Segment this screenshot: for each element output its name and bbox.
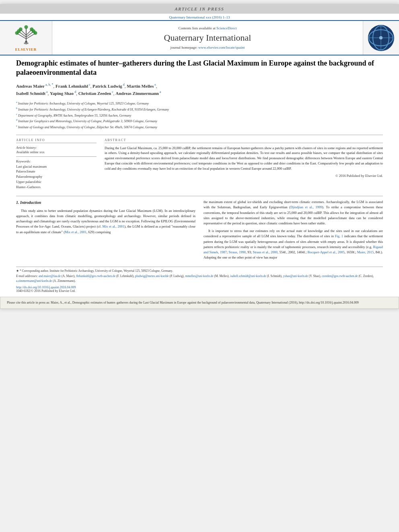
author-zeeden: Christian Zeeden — [78, 91, 111, 96]
sciencedirect-link[interactable]: ScienceDirect — [216, 26, 237, 30]
banner-text: ARTICLE IN PRESS — [175, 6, 224, 11]
body-col2-para2: It is important to stress that our estim… — [204, 228, 383, 260]
article-in-press-banner: ARTICLE IN PRESS — [0, 4, 399, 14]
aff-c: c Department of Geography, RWTH Aachen, … — [16, 112, 383, 118]
aff-e: e Institute of Geology and Mineralogy, U… — [16, 124, 383, 130]
author-ludwig: Patrick Ludwig — [93, 83, 122, 88]
sciencedirect-prefix: Contents lists available at — [179, 26, 216, 30]
email-and-maier[interactable]: and.maier@fau.de — [39, 274, 61, 278]
svg-point-14 — [24, 25, 28, 29]
email-yshao[interactable]: yshao@uni-koeln.de — [283, 274, 308, 278]
elsevier-label: ELSEVIER — [15, 47, 37, 51]
journal-center: Contents lists available at ScienceDirec… — [52, 21, 363, 55]
email-mmelles[interactable]: mmelles@uni-koeln.de — [185, 274, 214, 278]
abstract-text: During the Last Glacial Maximum, ca. 25,… — [105, 146, 383, 179]
section1-heading: 1. Introduction — [16, 199, 195, 206]
citation-text: Please cite this article in press as: Ma… — [7, 301, 359, 304]
email-pludwig[interactable]: pludwig@meteo.uni-koelde — [135, 274, 169, 278]
footnote-corresponding: ★ * Corresponding author. Institute for … — [16, 269, 383, 273]
authors: Andreas Maier a, b, *, Frank Lehmkuhl c,… — [16, 82, 383, 97]
divider-body — [16, 196, 383, 196]
abstract-col: ABSTRACT During the Last Glacial Maximum… — [105, 138, 383, 190]
journal-logo-circle — [368, 25, 394, 51]
email-prefix: E-mail addresses: — [16, 274, 39, 278]
author-shao-sup: d — [74, 90, 76, 94]
author-maier-sup: a, b, * — [45, 83, 53, 86]
link-straus1990[interactable]: Straus, 1990 — [228, 250, 246, 254]
email-azimmermann[interactable]: a.zimmermann@uni-koeln.de — [16, 279, 52, 283]
homepage-url[interactable]: www.elsevier.com/locate/quaint — [198, 45, 245, 49]
author-zeeden-sup: c — [111, 90, 113, 94]
kw-5: Hunter–Gatherers — [16, 185, 97, 190]
body-col1-para1: This study aims to better understand pop… — [16, 208, 195, 235]
sciencedirect-line: Contents lists available at ScienceDirec… — [179, 26, 237, 30]
elsevier-tree-icon — [10, 24, 42, 46]
author-shao: Yaping Shao — [50, 91, 74, 96]
main-content: Demographic estimates of hunter–gatherer… — [0, 59, 399, 293]
link-straus2000[interactable]: Straus et al., 2000 — [253, 250, 278, 254]
author-zimmermann: Andreas Zimmermann — [115, 91, 159, 96]
footnote-star-icon: ★ — [16, 269, 19, 273]
link-maier2015[interactable]: Maier, 2015 — [357, 250, 374, 254]
svg-rect-16 — [24, 43, 28, 44]
svg-point-13 — [30, 27, 33, 31]
body-col-left: 1. Introduction This study aims to bette… — [16, 199, 195, 263]
homepage-prefix: journal homepage: — [171, 45, 198, 49]
history-value: Available online xxx — [16, 150, 97, 154]
author-melles-sup: e — [154, 83, 156, 86]
footnote-emails: E-mail addresses: and.maier@fau.de (A. M… — [16, 274, 383, 283]
author-melles: Martin Melles — [127, 83, 154, 88]
link-djindjian[interactable]: Djindjian et al., 1999 — [290, 205, 322, 209]
journal-logo-right — [363, 21, 399, 55]
body-col-right: the maximum extent of global ice-shields… — [204, 199, 383, 263]
link-fig1[interactable]: Fig. 1 — [335, 234, 343, 238]
divider-top — [16, 135, 383, 135]
author-lehmkuhl-sup: c — [88, 83, 90, 86]
elsevier-logo: ELSEVIER — [0, 21, 52, 55]
two-col-abstract: ARTICLE INFO Article history: Available … — [16, 138, 383, 190]
email-flehunkuhl[interactable]: flehunkuhl@geo.rwth-aachen.de — [76, 274, 115, 278]
author-zimmermann-sup: a — [159, 90, 161, 94]
kw-3: Palaeodemography — [16, 174, 97, 179]
aff-d: d Institute for Geophysics and Meteorolo… — [16, 118, 383, 124]
article-info-label: ARTICLE INFO — [16, 138, 97, 143]
svg-point-10 — [19, 27, 22, 31]
doi-link[interactable]: http://dx.doi.org/10.1016/j.quaint.2016.… — [16, 286, 76, 289]
history-label: Article history: — [16, 146, 97, 150]
author-schmidt: Isabell Schmidt — [16, 91, 45, 96]
citation-bar: Please cite this article in press as: Ma… — [0, 297, 399, 309]
keywords-label: Keywords: — [16, 159, 97, 163]
journal-info-text: Quaternary International xxx (2016) 1–13 — [169, 15, 230, 19]
author-schmidt-sup: a — [45, 90, 48, 94]
page: ARTICLE IN PRESS Quaternary Internationa… — [0, 4, 399, 309]
email-ischmidt[interactable]: isabell.schmidt@uni-koeln.de — [230, 274, 266, 278]
link-mix2001-1[interactable]: Mix et al., 2001 — [102, 224, 124, 228]
copyright-line: © 2016 Published by Elsevier Ltd. — [105, 173, 383, 179]
abstract-label: ABSTRACT — [105, 138, 383, 143]
body-col2-para1: the maximum extent of global ice-shields… — [204, 199, 383, 226]
kw-2: Palaeoclimate — [16, 169, 97, 174]
aff-b: b Institute for Prehistoric Archaeology,… — [16, 106, 383, 112]
kw-4: Upper palaeolithic — [16, 179, 97, 185]
body-two-col: 1. Introduction This study aims to bette… — [16, 199, 383, 263]
footnotes: ★ * Corresponding author. Institute for … — [16, 267, 383, 283]
bottom-links: http://dx.doi.org/10.1016/j.quaint.2016.… — [16, 286, 383, 289]
link-mix2001-2[interactable]: Mix et al., 2001 — [65, 230, 86, 234]
author-ludwig-sup: d — [122, 83, 125, 86]
article-info-col: ARTICLE INFO Article history: Available … — [16, 138, 97, 190]
author-maier: Andreas Maier — [16, 83, 45, 88]
journal-logo-icon — [368, 25, 394, 51]
journal-homepage: journal homepage: www.elsevier.com/locat… — [171, 45, 245, 49]
journal-header: ELSEVIER Contents lists available at Sci… — [0, 20, 399, 55]
kw-1: Last glacial maximum — [16, 164, 97, 169]
kw-divider — [16, 156, 97, 157]
affiliations: a Institute for Prehistoric Archaeology,… — [16, 100, 383, 129]
link-bocquet[interactable]: Bocquet-Appel et al., 2005 — [308, 250, 345, 254]
journal-info-bar: Quaternary International xxx (2016) 1–13 — [0, 14, 399, 20]
abstract-paragraph: During the Last Glacial Maximum, ca. 25,… — [105, 146, 383, 171]
issn-line: 1040-6182/© 2016 Published by Elsevier L… — [16, 289, 383, 293]
article-title: Demographic estimates of hunter–gatherer… — [16, 59, 383, 78]
email-czeeden[interactable]: czeeden@geo.rwth-aachen.de — [322, 274, 358, 278]
aff-a: a Institute for Prehistoric Archaeology,… — [16, 100, 383, 106]
footnote-corresponding-text: * Corresponding author. Institute for Pr… — [20, 269, 173, 273]
